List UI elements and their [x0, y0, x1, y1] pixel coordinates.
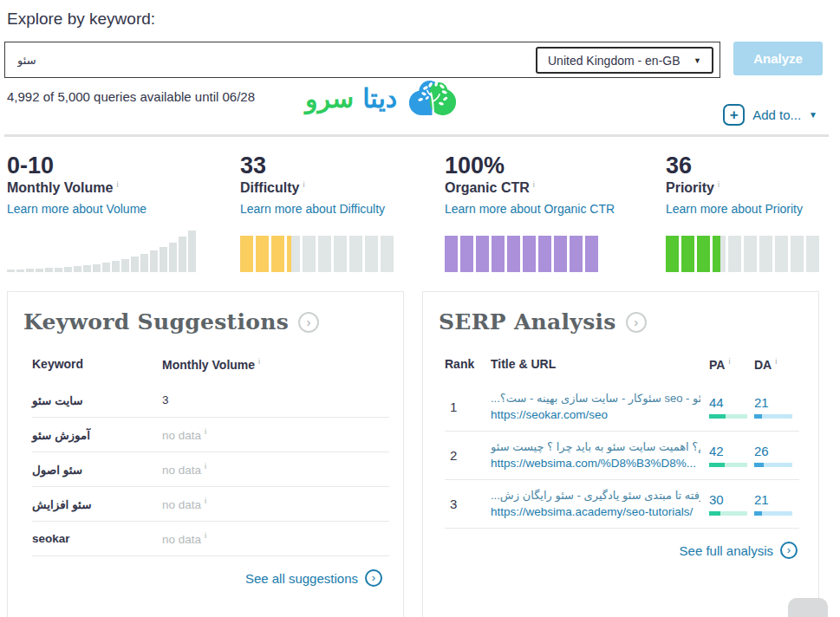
pa-progress-bar [709, 463, 747, 467]
column-header-da: DAi [754, 357, 799, 372]
queries-status: 4,992 of 5,000 queries available until 0… [7, 89, 255, 104]
da-cell: 21 [754, 492, 799, 516]
difficulty-gauge [240, 228, 445, 272]
keyword-suggestions-panel: Keyword Suggestions › Keyword Monthly Vo… [7, 291, 404, 617]
info-icon[interactable]: i [728, 357, 730, 366]
open-suggestions-icon[interactable]: › [298, 312, 319, 333]
info-icon[interactable]: i [116, 180, 118, 189]
volume-cell: 3 [162, 393, 169, 406]
info-icon[interactable]: i [718, 180, 720, 189]
info-icon[interactable]: i [205, 462, 206, 471]
result-title-link[interactable]: سئو چیست ؟ چرا باید به سئو سایت اهمیت بد… [491, 440, 700, 453]
info-icon[interactable]: i [205, 531, 206, 540]
pa-progress-bar [709, 414, 747, 419]
serp-analysis-table: Rank Title & URL PAi DAi 1 ...ست؟ - بهین… [445, 357, 799, 529]
priority-gauge [666, 228, 835, 272]
floating-widget[interactable] [788, 598, 828, 617]
metric-label: Priorityi [666, 180, 835, 196]
rank-cell: 3 [445, 497, 491, 511]
info-icon[interactable]: i [533, 180, 535, 189]
learn-more-organic-ctr-link[interactable]: Learn more about Organic CTR [445, 202, 615, 216]
chevron-down-icon: ▼ [809, 110, 817, 120]
brand-word-green: سرو [305, 83, 354, 114]
add-to-label: Add to... [752, 107, 801, 122]
rank-cell: 2 [445, 448, 491, 463]
column-header-title-url: Title & URL [491, 357, 709, 372]
open-serp-analysis-icon[interactable]: › [626, 312, 647, 333]
result-url-link[interactable]: https://websima.com/%D8%B3%D8%... [491, 457, 700, 470]
title-url-cell: سئو چیست ؟ چرا باید به سئو سایت اهمیت بد… [491, 440, 709, 470]
search-row: United Kingdom - en-GB ▼ Analyze [4, 42, 840, 78]
rank-cell: 1 [445, 399, 491, 414]
pa-cell: 44 [709, 395, 754, 419]
chevron-right-icon: › [780, 542, 798, 559]
metric-value: 100% [445, 153, 666, 179]
metric-difficulty: 33 Difficultyi Learn more about Difficul… [240, 153, 445, 272]
chevron-right-icon: › [365, 569, 382, 587]
plus-icon: + [723, 104, 745, 126]
brand-logo-text: سرو دیتا [305, 83, 397, 114]
da-progress-bar [754, 414, 792, 419]
keyword-search-box: United Kingdom - en-GB ▼ [4, 42, 720, 78]
metric-organic-ctr: 100% Organic CTRi Learn more about Organ… [445, 153, 666, 272]
pa-cell: 30 [709, 492, 754, 516]
info-icon[interactable]: i [205, 427, 206, 436]
learn-more-difficulty-link[interactable]: Learn more about Difficulty [240, 202, 385, 216]
da-cell: 21 [754, 395, 799, 419]
metric-label: Difficultyi [240, 180, 445, 196]
info-icon[interactable]: i [205, 497, 206, 505]
result-url-link[interactable]: https://websima.academy/seo-tutorials/ [491, 505, 700, 518]
table-row: افزایش سئو no datai [32, 487, 389, 522]
da-progress-bar [754, 463, 792, 467]
keyword-search-input[interactable] [5, 54, 491, 67]
add-to-dropdown[interactable]: + Add to... ▼ [723, 104, 817, 126]
see-all-suggestions-link[interactable]: See all suggestions › [8, 569, 382, 587]
volume-cell: no datai [162, 497, 206, 511]
learn-more-volume-link[interactable]: Learn more about Volume [7, 202, 147, 216]
volume-cell: no datai [162, 427, 206, 442]
organic-ctr-gauge [445, 228, 666, 272]
keyword-cell: افزایش سئو [32, 497, 162, 511]
info-icon[interactable]: i [258, 357, 260, 366]
result-title-link[interactable]: ...زش رایگان سئو - یادگیری سئو مبتدی تا … [491, 489, 700, 502]
table-row: seokar no datai [32, 522, 389, 556]
table-row: اصول سئو no datai [32, 452, 389, 487]
learn-more-priority-link[interactable]: Learn more about Priority [666, 202, 803, 216]
table-row: 3 ...زش رایگان سئو - یادگیری سئو مبتدی ت… [445, 480, 799, 529]
da-progress-bar [754, 511, 792, 516]
column-header-rank: Rank [445, 357, 491, 372]
column-header-keyword: Keyword [32, 357, 162, 372]
serp-analysis-panel: SERP Analysis › Rank Title & URL PAi DAi… [422, 291, 819, 617]
table-row: سئو سایت 3 [32, 383, 389, 418]
country-selector[interactable]: United Kingdom - en-GB ▼ [536, 47, 713, 74]
pa-cell: 42 [709, 444, 754, 467]
panels-row: Keyword Suggestions › Keyword Monthly Vo… [7, 291, 840, 617]
page-title: Explore by keyword: [0, 0, 840, 42]
metric-label: Organic CTRi [445, 180, 666, 196]
brand-logo: سرو دیتا [305, 78, 457, 118]
keyword-suggestions-table: Keyword Monthly Volumei سئو سایت 3 سئو آ… [32, 357, 389, 556]
result-url-link[interactable]: https://seokar.com/seo [491, 408, 700, 421]
keyword-cell: سئو سایت [32, 393, 162, 407]
table-row: سئو آموزش no datai [32, 418, 389, 452]
monthly-volume-chart [7, 228, 240, 272]
analyze-button[interactable]: Analyze [733, 42, 823, 75]
see-full-analysis-link[interactable]: See full analysis › [423, 542, 798, 559]
info-icon[interactable]: i [775, 357, 777, 366]
volume-cell: no datai [162, 531, 206, 546]
metric-value: 33 [240, 153, 445, 179]
volume-cell: no datai [162, 462, 206, 477]
info-icon[interactable]: i [303, 180, 304, 189]
chevron-down-icon: ▼ [693, 56, 701, 65]
pa-progress-bar [709, 511, 747, 516]
table-row: 1 ...ست؟ - بهینه سازی سایت - سئوکار seo … [445, 383, 799, 432]
keyword-cell: اصول سئو [32, 463, 162, 477]
column-header-monthly-volume: Monthly Volumei [162, 357, 260, 372]
metric-value: 0-10 [7, 153, 240, 179]
title-url-cell: ...زش رایگان سئو - یادگیری سئو مبتدی تا … [491, 489, 709, 518]
table-row: 2 سئو چیست ؟ چرا باید به سئو سایت اهمیت … [445, 432, 799, 480]
cloud-tree-logo-icon [407, 78, 457, 118]
metric-priority: 36 Priorityi Learn more about Priority [666, 153, 835, 272]
da-cell: 26 [754, 444, 799, 467]
result-title-link[interactable]: ...ست؟ - بهینه سازی سایت - سئوکار seo - … [491, 392, 700, 405]
